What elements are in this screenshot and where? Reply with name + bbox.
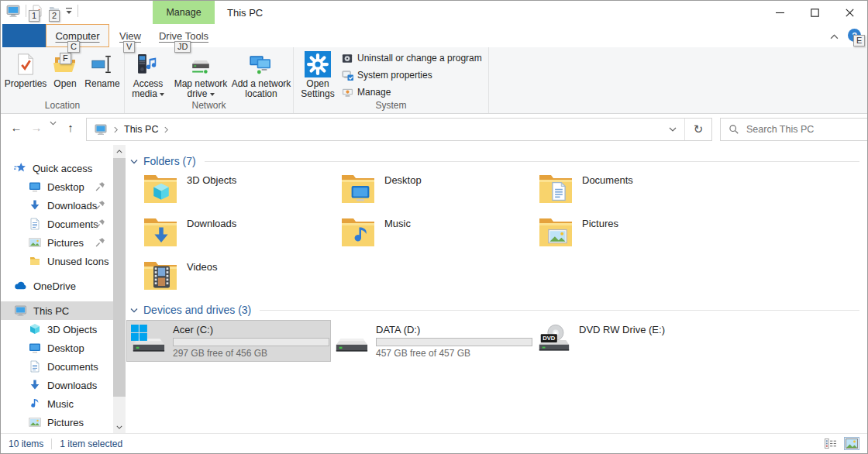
sidebar-item-documents-qa[interactable]: Documents bbox=[1, 215, 113, 233]
properties-button[interactable]: Properties bbox=[4, 50, 47, 89]
navigation-pane: Quick access Desktop Downloads Documents… bbox=[1, 145, 113, 433]
folder-tile-music[interactable]: Music bbox=[340, 215, 538, 250]
dropdown-arrow-icon bbox=[160, 93, 164, 96]
folder-tile-3d-objects[interactable]: 3D Objects bbox=[143, 172, 340, 207]
pin-icon bbox=[95, 199, 106, 211]
folder-tile-pictures[interactable]: Pictures bbox=[538, 215, 735, 250]
folder-tile-documents[interactable]: Documents bbox=[538, 172, 735, 207]
system-properties-button[interactable]: System properties bbox=[342, 67, 482, 83]
keytip-drive-tools: JD bbox=[174, 41, 191, 53]
breadcrumb-chevron-icon[interactable] bbox=[164, 126, 169, 133]
search-input[interactable] bbox=[745, 123, 849, 136]
media-server-icon bbox=[137, 50, 159, 79]
drive-tile-d[interactable]: DATA (D:) 457 GB free of 457 GB bbox=[330, 321, 533, 361]
keytip-computer: C bbox=[67, 41, 80, 53]
desktop-overlay-icon bbox=[350, 183, 370, 203]
search-box bbox=[720, 118, 868, 141]
navigation-bar: ← → ↑ This PC ↻ bbox=[1, 114, 867, 145]
quick-access-toolbar bbox=[5, 4, 78, 18]
collapse-chevron-icon bbox=[130, 159, 138, 164]
drive-tile-e[interactable]: DVD DVD RW Drive (E:) bbox=[533, 321, 736, 361]
capacity-bar bbox=[376, 338, 532, 346]
title-bar: 1 2 Manage This PC bbox=[1, 1, 867, 24]
folder-tile-downloads[interactable]: Downloads bbox=[143, 215, 340, 250]
network-location-icon bbox=[249, 50, 274, 79]
document-overlay-icon bbox=[549, 181, 569, 202]
system-small-buttons: Uninstall or change a program System pro… bbox=[342, 50, 482, 100]
open-settings-button[interactable]: Open Settings bbox=[297, 50, 339, 99]
sidebar-item-quick-access[interactable]: Quick access bbox=[1, 159, 113, 177]
back-button[interactable]: ← bbox=[9, 121, 24, 134]
sidebar-item-onedrive[interactable]: OneDrive bbox=[1, 277, 113, 295]
group-label-location: Location bbox=[1, 100, 124, 111]
downloads-icon bbox=[29, 199, 41, 212]
sidebar-item-pictures-qa[interactable]: Pictures bbox=[1, 233, 113, 252]
folders-grid: 3D Objects Desktop Documents Downloads M… bbox=[143, 172, 867, 294]
dvd-label: DVD bbox=[542, 335, 556, 342]
address-dropdown-button[interactable] bbox=[661, 119, 684, 140]
scroll-up-button[interactable] bbox=[113, 145, 126, 157]
dropdown-arrow-icon bbox=[210, 93, 215, 96]
map-network-drive-button[interactable]: Map network drive bbox=[170, 50, 232, 99]
picture-overlay-icon bbox=[547, 226, 568, 246]
group-label-network: Network bbox=[125, 100, 293, 111]
close-button[interactable] bbox=[832, 1, 867, 24]
folders-section-header[interactable]: Folders (7) bbox=[130, 155, 859, 167]
scroll-down-button[interactable] bbox=[113, 421, 126, 433]
minimize-ribbon-button[interactable] bbox=[827, 30, 841, 43]
drive-tile-c[interactable]: Acer (C:) 297 GB free of 456 GB bbox=[127, 321, 330, 361]
recent-locations-button[interactable] bbox=[47, 121, 58, 126]
maximize-button[interactable] bbox=[797, 1, 832, 24]
onedrive-cloud-icon bbox=[14, 280, 27, 292]
file-explorer-window: 1 2 Manage This PC File F Computer View … bbox=[0, 0, 868, 454]
sidebar-item-pictures-pc[interactable]: Pictures bbox=[1, 413, 113, 432]
details-view-button[interactable] bbox=[823, 437, 838, 450]
tab-file[interactable]: File bbox=[2, 24, 46, 47]
this-pc-icon bbox=[5, 4, 21, 18]
qat-separator bbox=[78, 5, 78, 17]
collapse-chevron-icon bbox=[130, 308, 138, 313]
folder-tile-videos[interactable]: Videos bbox=[143, 259, 340, 294]
quick-access-star-icon bbox=[14, 162, 26, 174]
status-divider bbox=[51, 439, 52, 449]
large-icons-view-button[interactable] bbox=[844, 437, 859, 450]
contextual-tab-group-manage[interactable]: Manage bbox=[153, 1, 215, 24]
up-button[interactable]: ↑ bbox=[63, 121, 78, 134]
sidebar-item-desktop-qa[interactable]: Desktop bbox=[1, 177, 113, 196]
forward-button[interactable]: → bbox=[29, 121, 44, 134]
access-media-button[interactable]: Access media bbox=[126, 50, 170, 99]
breadcrumb-this-pc[interactable]: This PC bbox=[124, 124, 158, 135]
uninstall-program-button[interactable]: Uninstall or change a program bbox=[342, 50, 482, 66]
uninstall-icon bbox=[342, 53, 353, 64]
keytip-file: F bbox=[60, 53, 71, 64]
sidebar-scrollbar[interactable] bbox=[113, 145, 126, 433]
cube-overlay-icon bbox=[151, 182, 171, 202]
sidebar-item-desktop-pc[interactable]: Desktop bbox=[1, 339, 113, 357]
sidebar-item-3d-objects[interactable]: 3D Objects bbox=[1, 320, 113, 339]
devices-section-header[interactable]: Devices and drives (3) bbox=[130, 304, 859, 316]
rename-button[interactable]: Rename bbox=[83, 50, 122, 89]
status-bar: 10 items 1 item selected bbox=[1, 433, 867, 453]
window-title: This PC bbox=[227, 1, 263, 24]
pictures-icon bbox=[29, 416, 41, 428]
keytip-qat-new: 2 bbox=[49, 10, 60, 22]
address-bar[interactable]: This PC ↻ bbox=[86, 118, 712, 141]
download-arrow-overlay-icon bbox=[151, 225, 171, 246]
sidebar-item-downloads-pc[interactable]: Downloads bbox=[1, 376, 113, 394]
customize-qat-button[interactable] bbox=[65, 6, 73, 15]
sidebar-item-documents-pc[interactable]: Documents bbox=[1, 357, 113, 376]
sidebar-item-unused-icons[interactable]: Unused Icons bbox=[1, 252, 113, 270]
minimize-button[interactable] bbox=[763, 1, 797, 24]
scrollbar-thumb[interactable] bbox=[113, 158, 126, 397]
manage-button[interactable]: Manage bbox=[342, 84, 482, 100]
refresh-button[interactable]: ↻ bbox=[684, 119, 711, 140]
sidebar-item-this-pc[interactable]: This PC bbox=[1, 301, 113, 320]
item-count: 10 items bbox=[9, 439, 43, 449]
sidebar-item-music[interactable]: Music bbox=[1, 394, 113, 413]
manage-icon bbox=[342, 87, 353, 98]
breadcrumb-chevron-icon bbox=[113, 126, 119, 133]
rename-icon bbox=[91, 50, 114, 79]
folder-tile-desktop[interactable]: Desktop bbox=[340, 172, 538, 207]
sidebar-item-downloads-qa[interactable]: Downloads bbox=[1, 196, 113, 215]
add-network-location-button[interactable]: Add a network location bbox=[230, 50, 292, 99]
